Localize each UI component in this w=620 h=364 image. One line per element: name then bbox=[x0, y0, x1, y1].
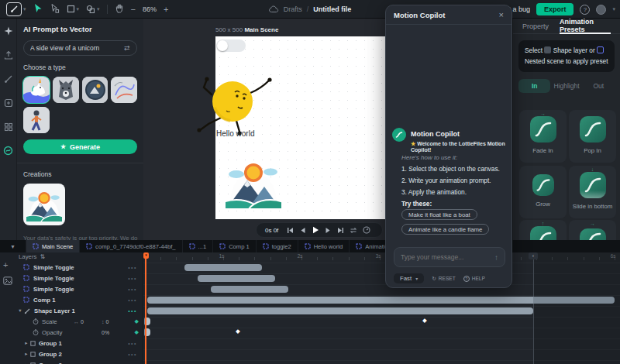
generate-button[interactable]: ★ Generate bbox=[23, 139, 137, 154]
scene-tab-hello-world[interactable]: Hello world bbox=[298, 240, 350, 252]
layer-options-icon[interactable]: ••• bbox=[128, 297, 137, 303]
track-bar-shape-layer-1[interactable] bbox=[147, 307, 533, 314]
assets-grid-icon[interactable] bbox=[4, 121, 13, 135]
scale-x-value[interactable]: 0 bbox=[81, 319, 84, 325]
emoji-character[interactable] bbox=[191, 73, 284, 138]
segment-out[interactable]: Out bbox=[583, 79, 615, 93]
zoom-out-button[interactable]: − bbox=[131, 5, 136, 14]
playback-speed-icon[interactable] bbox=[363, 226, 370, 234]
layer-options-icon[interactable]: ••• bbox=[128, 287, 137, 292]
layer-options-icon[interactable]: ••• bbox=[128, 265, 137, 270]
copilot-message-input[interactable] bbox=[401, 253, 494, 261]
playhead[interactable]: ▾ bbox=[145, 252, 146, 364]
type-thumb-sketch[interactable] bbox=[111, 77, 137, 103]
help-icon[interactable]: ? bbox=[580, 5, 590, 15]
type-thumb-badge[interactable] bbox=[82, 77, 108, 103]
layer-row[interactable]: Simple Toggle ••• bbox=[0, 273, 143, 283]
reset-button[interactable]: ↻ RESET bbox=[432, 276, 456, 282]
timeline-tracks[interactable]: 1s 2s 3s 4s 5s 6s ‹ ◆ ◆ bbox=[143, 252, 620, 364]
scene-tab-1[interactable]: ...1 bbox=[183, 240, 214, 252]
toggle-graphic[interactable] bbox=[216, 39, 246, 52]
prompt-input[interactable] bbox=[30, 44, 120, 52]
scene-name[interactable]: Main Scene bbox=[244, 26, 278, 33]
playhead-handle[interactable]: ▾ bbox=[143, 252, 149, 259]
preset-grow[interactable]: Grow bbox=[519, 166, 567, 218]
keyframe-diamond-scale[interactable]: ◆ bbox=[422, 317, 427, 324]
chevron-down-icon[interactable]: ▾ bbox=[77, 6, 80, 12]
preset-fade-in[interactable]: → Fade In bbox=[519, 110, 567, 163]
breadcrumb-section[interactable]: Drafts bbox=[284, 5, 302, 13]
expand-icon[interactable]: ▸ bbox=[23, 340, 29, 346]
chevron-down-icon[interactable]: ▾ bbox=[23, 6, 26, 12]
help-button[interactable]: ? HELP bbox=[463, 276, 485, 282]
layer-options-icon[interactable]: ••• bbox=[128, 308, 137, 314]
scene-tab-main[interactable]: Main Scene bbox=[26, 240, 80, 252]
scene-tab-comp0[interactable]: comp_0_7749dcf0-e887-44bf_ bbox=[80, 240, 182, 252]
motion-copilot-rail-icon[interactable] bbox=[3, 145, 13, 159]
sort-icon[interactable]: ⇅ bbox=[40, 253, 45, 260]
work-area-end-line[interactable] bbox=[533, 252, 534, 364]
send-icon[interactable]: ↑ bbox=[494, 253, 498, 262]
tab-animation-presets[interactable]: Animation Presets bbox=[560, 19, 611, 34]
shape-builder-tool-button[interactable]: ▾ bbox=[86, 5, 100, 14]
pen-rail-icon[interactable] bbox=[4, 73, 13, 87]
hand-tool-button[interactable] bbox=[115, 2, 124, 16]
hello-world-text[interactable]: Hello world bbox=[216, 129, 254, 138]
group-row[interactable]: ▸ Group 2 ••• bbox=[0, 349, 143, 359]
tabbar-chevron-icon[interactable]: ▾ bbox=[0, 240, 26, 252]
shape-tool-button[interactable]: ▾ bbox=[67, 5, 80, 13]
zoom-level[interactable]: 86% bbox=[143, 5, 157, 13]
preset-pop-in[interactable]: Pop In bbox=[569, 110, 616, 163]
scene-tab-comp1[interactable]: Comp 1 bbox=[213, 240, 257, 252]
type-thumb-wolf[interactable] bbox=[53, 77, 79, 103]
layer-row[interactable]: Comp 1 ••• bbox=[0, 294, 143, 305]
loop-icon[interactable] bbox=[350, 227, 357, 234]
close-icon[interactable]: × bbox=[499, 10, 504, 19]
track-bar-simple-toggle-2[interactable] bbox=[198, 275, 275, 282]
track-bar-simple-toggle-1[interactable] bbox=[184, 264, 262, 271]
expand-icon[interactable]: ▸ bbox=[23, 351, 29, 357]
keyframe-toggle-icon[interactable]: ◆ bbox=[135, 329, 139, 335]
line-tool-button[interactable]: ▾ bbox=[6, 2, 26, 16]
select-tool-button[interactable] bbox=[33, 2, 43, 16]
group-row[interactable]: ▸ Group 1 ••• bbox=[0, 338, 143, 349]
segment-in[interactable]: In bbox=[518, 79, 550, 93]
creation-thumbnail[interactable] bbox=[23, 184, 65, 225]
speed-selector[interactable]: Fast ▾ bbox=[394, 273, 424, 283]
prev-frame-button[interactable] bbox=[299, 227, 306, 234]
play-button[interactable] bbox=[312, 226, 319, 234]
ai-tools-icon[interactable] bbox=[4, 25, 13, 39]
keyframe-toggle-icon[interactable]: ◆ bbox=[135, 318, 139, 325]
scene-tab-toggle2[interactable]: toggle2 bbox=[257, 240, 298, 252]
layer-row-shape[interactable]: ▾ Shape Layer 1 ••• bbox=[0, 305, 143, 316]
skip-end-button[interactable] bbox=[337, 227, 344, 234]
layer-row[interactable]: Simple Toggle ••• bbox=[0, 262, 143, 273]
export-button[interactable]: Export bbox=[536, 3, 574, 15]
layer-row[interactable]: Simple Toggle ••• bbox=[0, 283, 143, 294]
skip-start-button[interactable] bbox=[287, 227, 294, 234]
layer-options-icon[interactable]: ••• bbox=[128, 341, 137, 346]
plugin-icon[interactable] bbox=[4, 97, 13, 111]
node-select-tool-button[interactable] bbox=[50, 2, 60, 16]
breadcrumb-file[interactable]: Untitled file bbox=[313, 5, 351, 13]
type-thumb-person[interactable] bbox=[23, 107, 50, 133]
opacity-value[interactable]: 0% bbox=[102, 330, 109, 335]
layer-options-icon[interactable]: ••• bbox=[128, 276, 137, 281]
work-area-end-handle[interactable]: ‹ bbox=[529, 252, 538, 259]
next-frame-button[interactable] bbox=[325, 227, 332, 234]
suggestion-candle-flame[interactable]: Animate like a candle flame bbox=[401, 224, 489, 235]
layer-options-icon[interactable]: ••• bbox=[128, 352, 137, 357]
scale-y-value[interactable]: 0 bbox=[106, 319, 109, 325]
upload-icon[interactable] bbox=[4, 49, 13, 63]
mountain-illustration[interactable] bbox=[226, 157, 281, 208]
tab-property[interactable]: Property bbox=[522, 19, 549, 34]
zoom-in-button[interactable]: + bbox=[164, 5, 168, 14]
suggestion-float-boat[interactable]: Make it float like a boat bbox=[401, 209, 477, 220]
collapse-icon[interactable]: ▾ bbox=[17, 307, 23, 314]
chevron-down-icon[interactable]: ▾ bbox=[612, 6, 615, 12]
property-row-scale[interactable]: Scale ↔0 ↕0 ◆ bbox=[0, 316, 143, 327]
shuffle-icon[interactable]: ⇄ bbox=[124, 44, 130, 52]
type-thumb-unicorn[interactable] bbox=[23, 77, 50, 103]
track-bar-comp-1[interactable] bbox=[147, 297, 615, 304]
segment-highlight[interactable]: Highlight bbox=[550, 79, 582, 93]
